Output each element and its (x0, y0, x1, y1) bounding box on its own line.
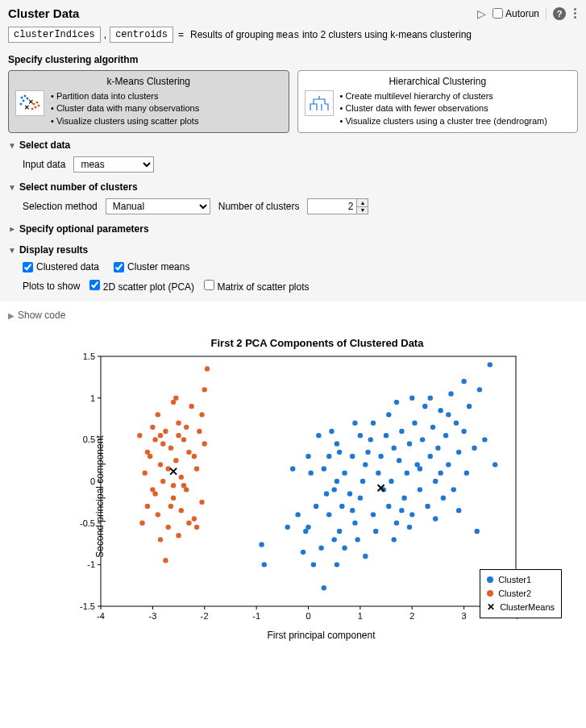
svg-point-181 (150, 425, 155, 430)
svg-point-92 (418, 487, 422, 492)
num-clusters-input[interactable] (308, 199, 356, 214)
num-clusters-stepper[interactable]: ▲ ▼ (307, 198, 368, 214)
svg-point-184 (199, 412, 204, 417)
svg-point-179 (184, 425, 189, 430)
svg-point-72 (365, 450, 370, 455)
svg-point-172 (156, 412, 160, 417)
svg-point-0 (21, 97, 23, 99)
section-optional[interactable]: ▼ Specify optional parameters (8, 217, 578, 238)
svg-point-126 (394, 400, 399, 405)
algo-card-kmeans[interactable]: k-Means Clustering ✕✕ Partition data int… (8, 70, 289, 133)
svg-point-137 (407, 525, 412, 530)
svg-point-77 (378, 454, 383, 459)
svg-point-191 (145, 450, 150, 455)
section-select-data[interactable]: ▼ Select data (8, 133, 578, 154)
stepper-up-icon[interactable]: ▲ (357, 199, 368, 207)
cluster-means-checkbox[interactable]: Cluster means (114, 261, 189, 272)
svg-point-95 (425, 504, 430, 509)
input-data-select[interactable]: meas (73, 156, 154, 173)
svg-point-111 (472, 446, 476, 451)
svg-point-159 (176, 421, 181, 426)
svg-point-183 (186, 521, 191, 526)
svg-point-176 (158, 537, 163, 542)
svg-point-81 (389, 479, 393, 484)
svg-point-54 (331, 537, 336, 542)
plot-pca-checkbox[interactable]: 2D scatter plot (PCA) (89, 280, 194, 293)
svg-point-157 (171, 496, 176, 501)
comma: , (104, 29, 106, 40)
plot-matrix-checkbox[interactable]: Matrix of scatter plots (204, 280, 309, 293)
svg-point-141 (309, 471, 314, 476)
svg-point-155 (165, 525, 170, 530)
svg-point-135 (335, 441, 339, 446)
svg-point-65 (347, 491, 352, 496)
divider (546, 7, 547, 20)
help-icon[interactable]: ? (553, 7, 566, 20)
page-title: Cluster Data (8, 6, 477, 20)
algo-kmeans-title: k-Means Clustering (15, 76, 282, 87)
svg-point-93 (420, 437, 425, 442)
svg-text:-4: -4 (97, 611, 105, 621)
svg-text:-0.5: -0.5 (80, 518, 95, 528)
svg-point-170 (202, 387, 207, 392)
svg-point-66 (350, 508, 355, 513)
algo-card-hierarchical[interactable]: Hierarchical Clustering Create multileve… (297, 70, 579, 133)
svg-point-89 (409, 512, 414, 517)
section-display[interactable]: ▼ Display results (8, 238, 578, 259)
svg-point-125 (386, 412, 391, 417)
svg-point-4 (20, 103, 23, 106)
x-marker-icon: ✕ (487, 600, 495, 614)
svg-point-167 (197, 429, 202, 434)
svg-point-99 (435, 446, 440, 451)
plots-label: Plots to show (23, 281, 80, 292)
autorun-input[interactable] (492, 8, 503, 19)
clustered-data-checkbox[interactable]: Clustered data (23, 261, 99, 272)
svg-text:1: 1 (90, 393, 95, 403)
svg-text:0: 0 (305, 611, 310, 621)
svg-point-7 (35, 106, 37, 109)
hier-bullet-2: Cluster data with fewer observations (340, 102, 547, 114)
svg-point-132 (418, 466, 422, 471)
autorun-checkbox[interactable]: Autorun (492, 8, 539, 19)
svg-text:0.5: 0.5 (83, 435, 95, 445)
stepper-down-icon[interactable]: ▼ (357, 207, 368, 214)
svg-point-129 (350, 454, 355, 459)
autorun-label: Autorun (505, 8, 539, 19)
output-var-1[interactable]: clusterIndices (8, 27, 101, 43)
show-code-toggle[interactable]: ▶ Show code (8, 310, 578, 321)
kmeans-bullet-1: Partition data into clusters (51, 90, 199, 102)
svg-text:-3: -3 (148, 611, 156, 621)
svg-point-180 (194, 525, 199, 530)
svg-point-58 (339, 504, 344, 509)
svg-point-59 (331, 487, 336, 492)
svg-text:-1.5: -1.5 (80, 601, 95, 611)
svg-point-106 (454, 421, 459, 426)
svg-point-144 (461, 379, 466, 384)
section-select-clusters[interactable]: ▼ Select number of clusters (8, 175, 578, 196)
chart-title: First 2 PCA Components of Clustered Data (64, 337, 570, 349)
svg-point-105 (451, 487, 456, 492)
svg-point-174 (163, 558, 168, 563)
svg-text:-2: -2 (201, 611, 209, 621)
svg-point-46 (262, 562, 267, 567)
svg-point-2 (23, 100, 25, 102)
description: Results of grouping meas into 2 clusters… (190, 29, 472, 41)
svg-point-119 (290, 466, 295, 471)
svg-point-48 (303, 529, 308, 534)
output-var-2[interactable]: centroids (110, 27, 173, 43)
menu-icon[interactable] (572, 8, 578, 19)
svg-point-154 (163, 429, 168, 434)
svg-point-124 (329, 429, 334, 434)
chevron-down-icon: ▼ (8, 246, 16, 255)
svg-point-55 (335, 562, 339, 567)
dendrogram-icon (305, 90, 334, 116)
legend: Cluster1 Cluster2 ✕ClusterMeans (480, 569, 562, 618)
svg-point-103 (446, 462, 451, 467)
select-clusters-label: Select number of clusters (19, 181, 138, 193)
run-icon[interactable]: ▷ (477, 7, 486, 20)
svg-point-85 (399, 429, 404, 434)
svg-point-53 (322, 585, 326, 590)
y-axis-label: Second principal component (94, 435, 106, 557)
svg-point-114 (482, 437, 487, 442)
selection-method-select[interactable]: Manual (106, 198, 210, 214)
